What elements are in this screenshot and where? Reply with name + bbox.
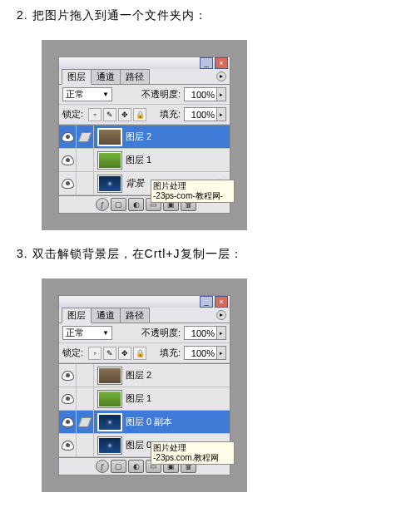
layer-name[interactable]: 图层 1	[126, 392, 230, 405]
opacity-input[interactable]: 100%	[184, 87, 217, 101]
layer-row[interactable]: 图层 1	[59, 149, 230, 172]
tab-paths[interactable]: 路径	[120, 69, 150, 84]
layer-thumbnail[interactable]	[97, 413, 122, 431]
panel-tabs: 图层 通道 路径 ▸	[59, 69, 230, 85]
step-2-text: 2. 把图片拖入到通一个文件夹内：	[17, 8, 399, 23]
layer-name[interactable]: 图层 2	[126, 369, 230, 382]
layer-row[interactable]: 图层 0 副本	[59, 411, 230, 434]
layer-thumbnail[interactable]	[97, 175, 122, 193]
eye-icon	[62, 371, 74, 381]
opacity-label: 不透明度:	[141, 88, 181, 101]
tab-channels[interactable]: 通道	[91, 308, 121, 323]
window-titlebar: _ ×	[59, 57, 230, 69]
fill-flyout-icon[interactable]: ▸	[217, 107, 226, 121]
blend-opacity-row: 正常▼ 不透明度: 100% ▸	[59, 323, 230, 343]
lock-all-icon[interactable]: 🔒	[133, 347, 146, 360]
visibility-toggle[interactable]	[59, 126, 77, 148]
layer-thumbnail[interactable]	[97, 367, 122, 385]
tab-channels[interactable]: 通道	[91, 69, 121, 84]
layer-thumbnail[interactable]	[97, 390, 122, 408]
fx-icon[interactable]: ƒ	[96, 460, 109, 473]
visibility-toggle[interactable]	[59, 434, 77, 456]
panel-tabs: 图层 通道 路径 ▸	[59, 308, 230, 323]
tooltip-1: 图片处理 -23ps-com-教程网-	[151, 180, 235, 203]
eye-icon	[62, 155, 74, 165]
opacity-label: 不透明度:	[141, 327, 181, 339]
layers-panel-1: _ × 图层 通道 路径 ▸ 正常▼ 不透明度: 100% ▸ 锁定: ▫ ✎ …	[58, 57, 230, 214]
lock-all-icon[interactable]: 🔒	[133, 108, 146, 121]
lock-position-icon[interactable]: ✥	[118, 108, 131, 121]
adjustment-icon[interactable]: ◐	[128, 460, 144, 473]
opacity-flyout-icon[interactable]: ▸	[217, 326, 226, 340]
lock-position-icon[interactable]: ✥	[118, 347, 131, 360]
fill-input[interactable]: 100%	[184, 107, 217, 121]
tab-layers[interactable]: 图层	[62, 308, 92, 323]
eye-icon	[62, 394, 74, 404]
lock-transparency-icon[interactable]: ▫	[88, 108, 102, 121]
fill-flyout-icon[interactable]: ▸	[217, 346, 226, 360]
lock-transparency-icon[interactable]: ▫	[88, 347, 102, 360]
lock-pixels-icon[interactable]: ✎	[103, 347, 116, 360]
tooltip-line1: 图片处理	[153, 181, 186, 190]
panel-menu-icon[interactable]: ▸	[216, 71, 226, 81]
brush-icon	[78, 417, 92, 427]
tooltip-line2: -23ps-com-教程网-	[153, 191, 223, 200]
layer-name[interactable]: 图层 0 副本	[126, 416, 230, 428]
fx-icon[interactable]: ƒ	[96, 198, 109, 211]
layer-panel-footer: ƒ ▢ ◐ ▭ ▣ 🗑 图片处理 -23ps.com.教程网	[59, 457, 230, 475]
tab-layers[interactable]: 图层	[62, 69, 92, 85]
visibility-toggle[interactable]	[59, 411, 77, 433]
opacity-flyout-icon[interactable]: ▸	[217, 87, 226, 101]
eye-icon	[62, 417, 74, 427]
lock-fill-row: 锁定: ▫ ✎ ✥ 🔒 填充: 100% ▸	[59, 105, 230, 125]
edit-col	[77, 411, 94, 433]
panel-menu-icon[interactable]: ▸	[216, 310, 226, 320]
lock-label: 锁定:	[62, 108, 83, 121]
visibility-toggle[interactable]	[59, 387, 77, 410]
layer-row[interactable]: 图层 2	[59, 364, 230, 387]
fill-label: 填充:	[160, 347, 181, 359]
layer-name[interactable]: 图层 2	[126, 131, 230, 143]
eye-icon	[62, 179, 74, 189]
minimize-button[interactable]: _	[200, 57, 213, 69]
chevron-down-icon: ▼	[102, 329, 109, 337]
edit-col	[77, 364, 94, 387]
layer-thumbnail[interactable]	[97, 151, 122, 170]
mask-icon[interactable]: ▢	[111, 460, 126, 473]
chevron-down-icon: ▼	[102, 91, 109, 98]
tooltip-2: 图片处理 -23ps.com.教程网	[151, 441, 235, 465]
layer-panel-footer: ƒ ▢ ◐ ▭ ▣ 🗑 图片处理 -23ps-com-教程网-	[59, 195, 230, 213]
layer-name[interactable]: 图层 1	[126, 154, 230, 166]
mask-icon[interactable]: ▢	[111, 198, 126, 211]
blend-mode-select[interactable]: 正常▼	[62, 87, 112, 101]
layers-panel-2: _ × 图层 通道 路径 ▸ 正常▼ 不透明度: 100% ▸ 锁定: ▫ ✎ …	[58, 295, 230, 475]
visibility-toggle[interactable]	[59, 364, 77, 387]
fill-input[interactable]: 100%	[184, 346, 217, 360]
close-button[interactable]: ×	[215, 296, 228, 308]
layer-row[interactable]: 图层 1	[59, 387, 230, 411]
tooltip-line2: -23ps.com.教程网	[153, 453, 219, 462]
lock-label: 锁定:	[62, 347, 83, 359]
tab-paths[interactable]: 路径	[120, 308, 150, 323]
edit-col	[77, 149, 94, 171]
lock-pixels-icon[interactable]: ✎	[103, 108, 116, 121]
adjustment-icon[interactable]: ◐	[128, 198, 144, 211]
blend-mode-value: 正常	[66, 327, 84, 339]
edit-col	[77, 172, 94, 195]
blend-mode-value: 正常	[66, 88, 84, 101]
layer-thumbnail[interactable]	[97, 128, 122, 146]
layer-row[interactable]: 图层 2	[59, 126, 230, 149]
step-3-text: 3. 双击解锁背景层，在Crtl+J复制一层：	[17, 247, 399, 262]
opacity-input[interactable]: 100%	[184, 326, 217, 340]
fill-label: 填充:	[160, 108, 181, 121]
visibility-toggle[interactable]	[59, 172, 77, 195]
visibility-toggle[interactable]	[59, 149, 77, 171]
minimize-button[interactable]: _	[200, 296, 213, 308]
layer-thumbnail[interactable]	[97, 436, 122, 455]
blend-mode-select[interactable]: 正常▼	[62, 326, 112, 340]
edit-col	[77, 434, 94, 456]
brush-icon	[78, 132, 92, 142]
panel-2-wrap: _ × 图层 通道 路径 ▸ 正常▼ 不透明度: 100% ▸ 锁定: ▫ ✎ …	[42, 278, 247, 492]
close-button[interactable]: ×	[215, 57, 228, 69]
edit-col	[77, 387, 94, 410]
